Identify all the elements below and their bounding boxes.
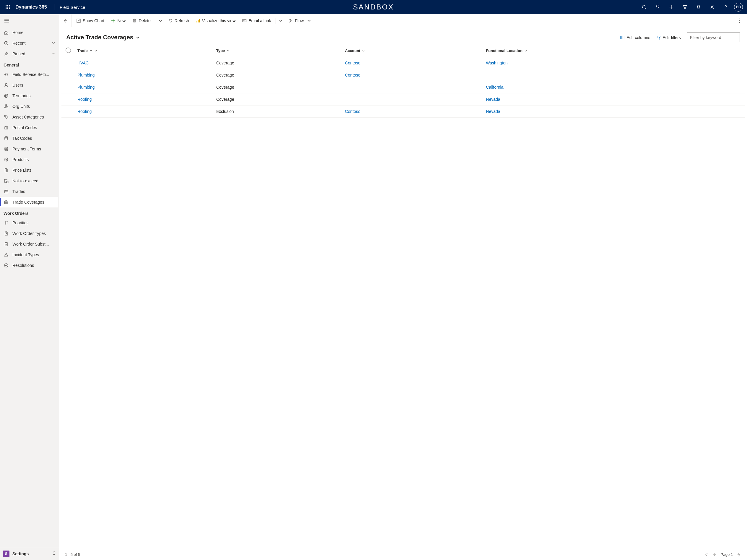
trade-link[interactable]: Plumbing [77, 85, 95, 90]
account-link[interactable]: Contoso [345, 73, 360, 77]
trade-link[interactable]: Roofing [77, 109, 92, 114]
column-label: Type [216, 48, 225, 53]
show-chart-button[interactable]: Show Chart [73, 14, 107, 27]
column-header[interactable]: Trade [75, 45, 214, 57]
top-nav: Dynamics 365 Field Service SANDBOX BD [0, 0, 747, 14]
prev-page-icon[interactable] [713, 553, 717, 557]
sidebar-item[interactable]: Resolutions [0, 260, 58, 271]
sidebar-item[interactable]: Territories [0, 91, 58, 101]
view-selector[interactable]: Active Trade Coverages [66, 34, 140, 41]
edit-filters-button[interactable]: Edit filters [656, 35, 681, 40]
sidebar-item[interactable]: Trades [0, 186, 58, 197]
column-header[interactable]: Account [342, 45, 484, 57]
row-select[interactable] [61, 105, 75, 118]
section-header: General [0, 59, 58, 69]
bell-icon[interactable] [692, 1, 705, 14]
help-icon[interactable] [719, 1, 732, 14]
lightbulb-icon[interactable] [651, 1, 664, 14]
refresh-button[interactable]: Refresh [165, 14, 192, 27]
filter-keyword-input[interactable] [687, 32, 740, 42]
row-select[interactable] [61, 81, 75, 93]
table-row[interactable]: PlumbingCoverageContoso [61, 69, 745, 81]
svg-rect-68 [198, 20, 199, 22]
location-link[interactable]: California [486, 85, 504, 90]
sidebar-item[interactable]: Payment Terms [0, 144, 58, 154]
table-row[interactable]: HVACCoverageContosoWashington [61, 57, 745, 69]
sidebar-item[interactable]: Asset Categories [0, 112, 58, 122]
app-launcher-icon[interactable] [2, 2, 13, 12]
app-name[interactable]: Field Service [60, 5, 85, 10]
sidebar-item[interactable]: Tax Codes [0, 133, 58, 144]
sidebar-item[interactable]: Not-to-exceed [0, 176, 58, 186]
sort-asc-icon [89, 49, 93, 52]
avatar[interactable]: BD [734, 3, 743, 11]
table-row[interactable]: RoofingExclusionContosoNevada [61, 105, 745, 118]
plus-icon[interactable] [665, 1, 678, 14]
brand[interactable]: Dynamics 365 [16, 4, 47, 10]
sidebar-item[interactable]: Priorities [0, 218, 58, 228]
sidebar-item[interactable]: Work Order Types [0, 228, 58, 239]
sidebar-item[interactable]: Work Order Subst... [0, 239, 58, 249]
account-link[interactable]: Contoso [345, 60, 360, 65]
hamburger-icon[interactable] [0, 14, 59, 27]
edit-columns-button[interactable]: Edit columns [620, 35, 650, 40]
location-link[interactable]: Washington [486, 60, 508, 65]
search-icon[interactable] [638, 1, 651, 14]
delete-button[interactable]: Delete [129, 14, 153, 27]
trade-link[interactable]: HVAC [77, 60, 88, 65]
sidebar-item[interactable]: Field Service Setti... [0, 69, 58, 80]
first-page-icon[interactable] [704, 553, 708, 557]
column-header[interactable]: Type [214, 45, 343, 57]
sidebar-item-recent[interactable]: Recent [0, 38, 58, 48]
svg-rect-3 [6, 7, 6, 8]
next-page-icon[interactable] [737, 553, 741, 557]
trade-link[interactable]: Roofing [77, 97, 92, 102]
select-all-circle[interactable] [66, 48, 71, 53]
nte-icon [3, 178, 9, 183]
environment-badge: SANDBOX [353, 3, 394, 11]
row-select[interactable] [61, 69, 75, 81]
overflow-button[interactable] [734, 18, 745, 23]
visualize-button[interactable]: Visualize this view [192, 14, 238, 27]
trade-link[interactable]: Plumbing [77, 73, 95, 77]
back-button[interactable] [59, 14, 72, 27]
row-select[interactable] [61, 57, 75, 69]
location-link[interactable]: Nevada [486, 97, 500, 102]
column-header[interactable]: Functional Location [484, 45, 745, 57]
select-all-column[interactable] [61, 45, 75, 57]
sidebar-item[interactable]: Users [0, 80, 58, 91]
svg-rect-6 [6, 8, 6, 9]
email-split-chevron[interactable] [277, 14, 285, 27]
svg-rect-7 [7, 8, 8, 9]
area-badge: S [3, 551, 9, 557]
new-label: New [117, 18, 126, 23]
location-link[interactable]: Nevada [486, 109, 500, 114]
sidebar-item[interactable]: Postal Codes [0, 122, 58, 133]
delete-split-chevron[interactable] [156, 14, 164, 27]
sidebar-item-pinned[interactable]: Pinned [0, 48, 58, 59]
sidebar-item[interactable]: Products [0, 154, 58, 165]
account-link[interactable]: Contoso [345, 109, 360, 114]
powerbi-icon [196, 18, 200, 23]
gear-icon[interactable] [706, 1, 719, 14]
sidebar-item-label: Work Order Types [12, 231, 58, 236]
flow-button[interactable]: Flow [285, 14, 314, 27]
sidebar-item-label: Territories [12, 93, 58, 98]
table-row[interactable]: RoofingCoverageNevada [61, 93, 745, 105]
show-chart-label: Show Chart [83, 18, 104, 23]
sidebar-item[interactable]: Org Units [0, 101, 58, 112]
email-link-button[interactable]: Email a Link [239, 14, 274, 27]
table-row[interactable]: PlumbingCoverageCalifornia [61, 81, 745, 93]
row-select[interactable] [61, 93, 75, 105]
sidebar-item[interactable]: Incident Types [0, 249, 58, 260]
new-button[interactable]: New [108, 14, 129, 27]
svg-rect-28 [7, 107, 8, 108]
filter-icon[interactable] [678, 1, 692, 14]
trash-icon [132, 18, 137, 23]
product-icon [3, 157, 9, 162]
view-header: Active Trade Coverages Edit columns Edit… [59, 27, 747, 45]
sidebar-item[interactable]: Price Lists [0, 165, 58, 176]
sidebar-item-home[interactable]: Home [0, 27, 58, 38]
area-switcher[interactable]: S Settings [0, 547, 59, 560]
sidebar-item[interactable]: Trade Coverages [0, 197, 58, 207]
